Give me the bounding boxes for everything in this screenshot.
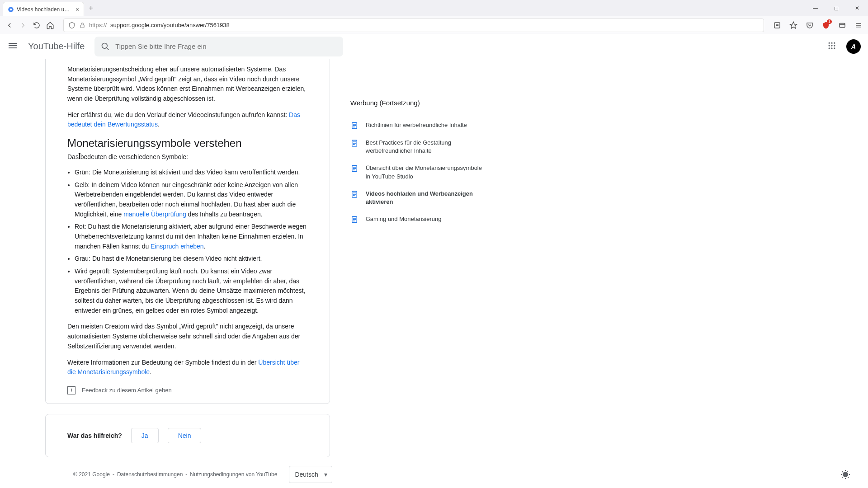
list-item: Rot: Du hast die Monetarisierung aktivie… [75,222,308,251]
link-einspruch[interactable]: Einspruch erheben [151,243,204,250]
apps-grid-icon[interactable] [827,41,836,52]
reader-icon[interactable] [773,21,781,29]
helpful-card: War das hilfreich? Ja Nein [45,414,330,457]
section-heading: Monetarisierungssymbole verstehen [67,137,308,150]
new-tab-button[interactable]: + [89,4,94,13]
sidebar: Werbung (Fortsetzung) Richtlinien für we… [350,59,486,488]
sidebar-item-label: Übersicht über die Monetarisierungssymbo… [366,164,486,180]
back-button[interactable] [5,21,14,29]
search-box[interactable] [94,37,343,56]
text: Hier erfährst du, wie du den Verlauf dei… [67,111,289,118]
svg-point-17 [831,45,832,46]
list-item: Grau: Du hast die Monetarisierung bei di… [75,254,308,264]
footer-terms-link[interactable]: Nutzungsbedingungen von YouTube [190,471,277,478]
helpful-question: War das hilfreich? [67,432,122,439]
close-window-button[interactable]: ✕ [847,1,867,15]
main-menu-button[interactable] [7,40,18,52]
footer-privacy-link[interactable]: Datenschutzbestimmungen [117,471,183,478]
document-icon [350,122,359,130]
sidebar-item-label: Richtlinien für werbefreundliche Inhalte [366,121,467,129]
page-body: Monetarisierungsentscheidung eher auf un… [0,59,868,488]
separator: - [185,471,187,478]
browser-chrome: Videos hochladen und Werbean × + — ◻ ✕ h… [0,0,868,34]
window-controls: — ◻ ✕ [806,1,868,15]
list-item: Wird geprüft: Systemüberprüfung läuft no… [75,267,308,315]
language-selector[interactable]: Deutsch [289,466,332,483]
language-label: Deutsch [295,471,318,478]
shield-icon [68,22,75,29]
forward-button [19,21,27,29]
lock-icon [79,22,85,28]
sidebar-item[interactable]: Übersicht über die Monetarisierungssymbo… [350,160,486,185]
sidebar-item-label: Videos hochladen und Werbeanzeigen aktiv… [366,190,486,206]
favicon-google-icon [8,6,14,13]
avatar[interactable]: A [846,39,861,54]
url-text: support.google.com/youtube/answer/756193… [110,22,230,28]
symbol-list: Grün: Die Monetarisierung ist aktiviert … [67,168,308,316]
article-card: Monetarisierungsentscheidung eher auf un… [45,59,330,404]
svg-point-16 [829,45,830,46]
feedback-label: Feedback zu diesem Artikel geben [82,387,172,394]
reload-button[interactable] [33,21,41,29]
menu-hamburger-icon[interactable] [854,21,863,29]
feedback-link[interactable]: ! Feedback zu diesem Artikel geben [67,386,308,394]
browser-toolbar: https://support.google.com/youtube/answe… [0,16,868,34]
tab-title: Videos hochladen und Werbean [17,6,73,13]
sidebar-title: Werbung (Fortsetzung) [350,99,486,107]
svg-point-1 [10,8,12,10]
account-icon[interactable] [838,21,846,29]
main-column: Monetarisierungsentscheidung eher auf un… [45,59,332,488]
document-icon [350,216,359,224]
helpful-yes-button[interactable]: Ja [131,428,159,443]
maximize-button[interactable]: ◻ [826,1,846,15]
paragraph: Den meisten Creatorn wird das Symbol „Wi… [67,322,308,351]
bookmark-star-icon[interactable] [789,21,797,29]
address-bar[interactable]: https://support.google.com/youtube/answe… [63,19,764,32]
section-subtitle: Das bedeuten die verschiedenen Symbole: [67,152,308,162]
paragraph: Weitere Informationen zur Bedeutung der … [67,358,308,377]
svg-point-21 [834,47,835,49]
tab-bar: Videos hochladen und Werbean × + — ◻ ✕ [0,0,868,16]
sidebar-item-label: Gaming und Monetarisierung [366,215,442,223]
link-manuelle-pruefung[interactable]: manuelle Überprüfung [123,211,186,218]
text: Weitere Informationen zur Bedeutung der … [67,359,258,366]
separator: - [113,471,114,478]
extension-shield-icon[interactable]: 1 [822,21,830,29]
sidebar-item[interactable]: Gaming und Monetarisierung [350,211,486,228]
document-icon [350,139,359,147]
pocket-icon[interactable] [806,21,814,29]
svg-point-20 [831,47,832,49]
list-item: Gelb: In deinem Video können nur eingesc… [75,180,308,220]
footer-copyright: © 2021 Google [73,471,110,478]
svg-point-13 [829,42,830,44]
search-icon [101,42,110,51]
svg-line-12 [107,47,109,50]
svg-point-18 [834,45,835,46]
dark-mode-toggle[interactable] [840,469,851,480]
sidebar-item[interactable]: Richtlinien für werbefreundliche Inhalte [350,117,486,134]
svg-rect-6 [840,23,845,27]
feedback-icon: ! [67,386,75,394]
paragraph: Hier erfährst du, wie du den Verlauf dei… [67,110,308,130]
text: des Inhalts zu beantragen. [186,211,263,218]
sidebar-item[interactable]: Best Practices für die Gestaltung werbef… [350,134,486,160]
tab-close-icon[interactable]: × [75,6,79,13]
document-icon [350,190,359,198]
toolbar-right: 1 [773,21,863,29]
content-column: Monetarisierungsentscheidung eher auf un… [0,59,868,488]
home-button[interactable] [46,21,54,29]
sidebar-item[interactable]: Videos hochladen und Werbeanzeigen aktiv… [350,185,486,211]
browser-tab[interactable]: Videos hochladen und Werbean × [3,2,84,16]
url-protocol: https:// [89,22,107,28]
svg-point-15 [834,42,835,44]
svg-point-14 [831,42,832,44]
helpful-no-button[interactable]: Nein [168,428,202,443]
search-input[interactable] [115,42,337,50]
page-footer: © 2021 Google - Datenschutzbestimmungen … [45,459,332,488]
minimize-button[interactable]: — [806,1,826,15]
sidebar-item-label: Best Practices für die Gestaltung werbef… [366,139,486,155]
svg-rect-2 [80,25,84,28]
app-header: YouTube-Hilfe A [0,34,868,59]
paragraph: Monetarisierungsentscheidung eher auf un… [67,65,308,104]
product-title[interactable]: YouTube-Hilfe [28,41,85,52]
